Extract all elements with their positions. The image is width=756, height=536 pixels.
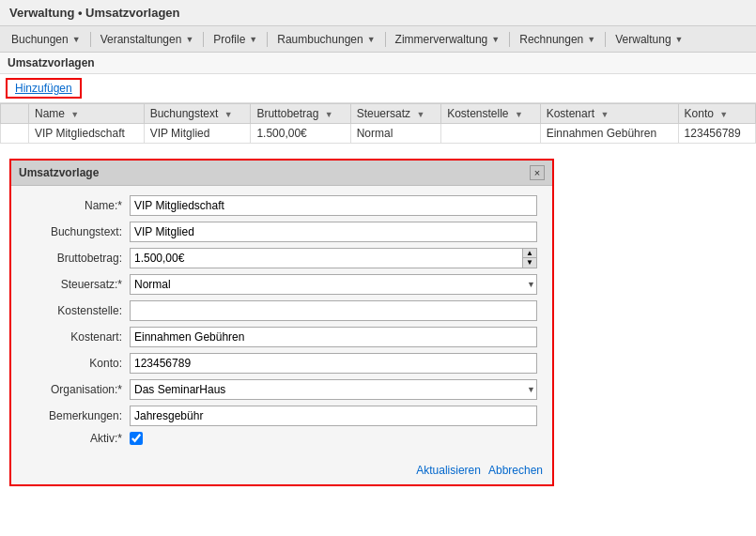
steuersatz-label: Steuersatz:* (26, 278, 130, 291)
kostenart-input[interactable] (130, 327, 537, 347)
bruttobetrag-input[interactable] (130, 248, 523, 268)
col-header-konto[interactable]: Konto ▼ (678, 104, 755, 124)
sort-icon: ▼ (70, 110, 79, 119)
modal-title: Umsatzvorlage (19, 166, 99, 179)
row-konto: 123456789 (678, 124, 755, 144)
form-row-steuersatz: Steuersatz:* Normal Reduziert Keine ▼ (26, 274, 537, 295)
table-row: VIP Mitgliedschaft VIP Mitglied 1.500,00… (1, 124, 756, 144)
page-title: Verwaltung • Umsatzvorlagen (9, 6, 180, 20)
row-name: VIP Mitgliedschaft (29, 124, 145, 144)
table-toolbar: Hinzufügen (0, 74, 756, 103)
kostenstelle-label: Kostenstelle: (26, 304, 130, 317)
bemerkungen-input[interactable] (130, 406, 537, 426)
data-table: Name ▼ Buchungstext ▼ Bruttobetrag ▼ Ste… (0, 103, 756, 144)
kostenart-label: Kostenart: (26, 330, 130, 344)
form-row-name: Name:* (26, 195, 537, 216)
row-buchungstext: VIP Mitglied (144, 124, 251, 144)
form-row-kostenstelle: Kostenstelle: (26, 300, 537, 321)
chevron-down-icon: ▼ (249, 35, 257, 44)
col-header-kostenstelle[interactable]: Kostenstelle ▼ (441, 104, 541, 124)
col-header-bruttobetrag[interactable]: Bruttobetrag ▼ (251, 104, 350, 124)
nav-item-zimmerverwaltung[interactable]: Zimmerverwaltung ▼ (388, 26, 508, 52)
nav-divider (509, 32, 510, 47)
nav-item-raumbuchungen[interactable]: Raumbuchungen ▼ (270, 26, 382, 52)
sort-icon: ▼ (600, 110, 609, 119)
form-row-kostenart: Kostenart: (26, 327, 537, 347)
nav-divider (267, 32, 268, 47)
row-select-cell (1, 124, 29, 144)
sort-icon: ▼ (719, 110, 728, 119)
update-button[interactable]: Aktualisieren (416, 464, 481, 477)
col-header-empty (1, 104, 29, 124)
modal-wrapper: Umsatzvorlage × Name:* Buchungstext: Bru… (0, 149, 756, 496)
modal-footer: Aktualisieren Abbrechen (11, 460, 552, 484)
cancel-button[interactable]: Abbrechen (488, 464, 543, 477)
bruttobetrag-label: Bruttobetrag: (26, 252, 130, 265)
col-header-name[interactable]: Name ▼ (29, 104, 145, 124)
konto-label: Konto: (26, 357, 130, 370)
steuersatz-select[interactable]: Normal Reduziert Keine (130, 274, 537, 295)
name-input[interactable] (130, 195, 537, 216)
nav-divider (203, 32, 204, 47)
sort-icon: ▼ (224, 110, 233, 119)
title-bar: Verwaltung • Umsatzvorlagen (0, 0, 756, 26)
nav-divider (605, 32, 606, 47)
nav-bar: Buchungen ▼ Veranstaltungen ▼ Profile ▼ … (0, 26, 756, 53)
chevron-down-icon: ▼ (675, 35, 684, 44)
table-area: Hinzufügen Name ▼ Buchungstext ▼ Bruttob… (0, 74, 756, 144)
row-kostenart: Einnahmen Gebühren (540, 124, 678, 144)
col-header-steuersatz[interactable]: Steuersatz ▼ (350, 104, 440, 124)
steuersatz-select-wrapper: Normal Reduziert Keine ▼ (130, 274, 537, 295)
row-steuersatz: Normal (350, 124, 440, 144)
nav-item-veranstaltungen[interactable]: Veranstaltungen ▼ (93, 26, 202, 52)
chevron-down-icon: ▼ (587, 35, 595, 44)
nav-item-rechnungen[interactable]: Rechnungen ▼ (512, 26, 603, 52)
form-row-bruttobetrag: Bruttobetrag: ▲ ▼ (26, 248, 537, 268)
col-header-kostenart[interactable]: Kostenart ▼ (540, 104, 678, 124)
organisation-label: Organisation:* (26, 383, 130, 396)
buchungstext-label: Buchungstext: (26, 225, 130, 238)
aktiv-label: Aktiv:* (26, 432, 130, 445)
name-label: Name:* (26, 199, 130, 212)
add-button[interactable]: Hinzufügen (6, 78, 82, 99)
form-row-konto: Konto: (26, 353, 537, 374)
nav-item-verwaltung[interactable]: Verwaltung ▼ (608, 26, 690, 52)
spinner-down-button[interactable]: ▼ (523, 258, 536, 268)
organisation-select-wrapper: Das SeminarHaus Option 2 ▼ (130, 379, 537, 400)
form-row-buchungstext: Buchungstext: (26, 222, 537, 242)
nav-item-buchungen[interactable]: Buchungen ▼ (4, 26, 88, 52)
sort-icon: ▼ (515, 110, 523, 119)
chevron-down-icon: ▼ (491, 35, 500, 44)
spinner-controls: ▲ ▼ (523, 248, 537, 268)
chevron-down-icon: ▼ (72, 35, 81, 44)
nav-divider (90, 32, 91, 47)
form-row-bemerkungen: Bemerkungen: (26, 406, 537, 426)
spinner-up-button[interactable]: ▲ (523, 249, 536, 258)
buchungstext-input[interactable] (130, 222, 537, 242)
bemerkungen-label: Bemerkungen: (26, 409, 130, 422)
form-row-organisation: Organisation:* Das SeminarHaus Option 2 … (26, 379, 537, 400)
modal-header: Umsatzvorlage × (11, 161, 552, 186)
kostenstelle-input[interactable] (130, 300, 537, 321)
chevron-down-icon: ▼ (367, 35, 376, 44)
aktiv-checkbox[interactable] (130, 432, 143, 445)
section-title: Umsatzvorlagen (0, 53, 756, 74)
col-header-buchungstext[interactable]: Buchungstext ▼ (144, 104, 251, 124)
row-bruttobetrag: 1.500,00€ (251, 124, 350, 144)
sort-icon: ▼ (325, 110, 333, 119)
sort-icon: ▼ (416, 110, 424, 119)
konto-input[interactable] (130, 353, 537, 374)
chevron-down-icon: ▼ (185, 35, 193, 44)
nav-divider (385, 32, 386, 47)
modal-body: Name:* Buchungstext: Bruttobetrag: ▲ ▼ (11, 186, 552, 460)
modal-close-button[interactable]: × (530, 165, 545, 180)
organisation-select[interactable]: Das SeminarHaus Option 2 (130, 379, 537, 400)
form-row-aktiv: Aktiv:* (26, 432, 537, 445)
nav-item-profile[interactable]: Profile ▼ (206, 26, 265, 52)
modal-box: Umsatzvorlage × Name:* Buchungstext: Bru… (9, 159, 554, 486)
row-kostenstelle (441, 124, 541, 144)
